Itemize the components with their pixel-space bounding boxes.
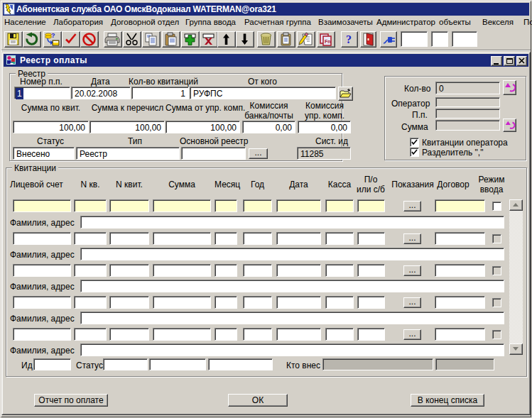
svg-text:?: ? — [346, 33, 352, 45]
svg-text:?: ? — [51, 32, 55, 39]
svg-text:Fn: Fn — [325, 39, 331, 44]
